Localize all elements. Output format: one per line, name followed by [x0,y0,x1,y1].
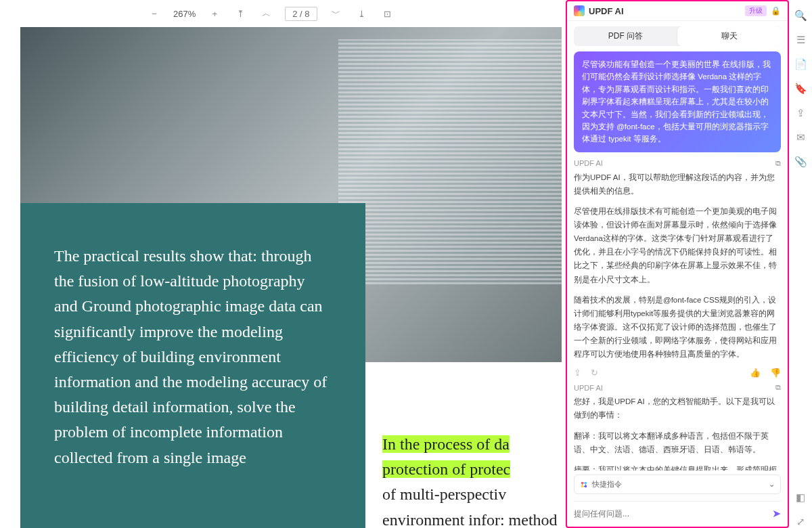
user-message: 尽管谈功能有望创造一个更美丽的世界 在线排版，我们可能仍然会看到设计师选择像 V… [574,51,781,152]
plain-text: of multi-perspectiv environment infor: m… [382,485,558,528]
ask-row: ➤ [574,501,781,520]
updf-logo-icon [574,5,585,16]
ai-color-icon[interactable]: ◧ [796,491,805,504]
chevron-down-icon: ⌄ [769,480,775,489]
attach-icon[interactable]: 📎 [794,156,807,168]
right-rail: 🔍 ☰ 📄 🔖 ⇪ ✉ 📎 ◧ ⤢ [789,0,812,528]
ai-panel: UPDF AI 升级 🔒 PDF 问答 聊天 尽管谈功能有望创造一个更美丽的世界… [566,0,789,528]
chat-scroll[interactable]: 尽管谈功能有望创造一个更美丽的世界 在线排版，我们可能仍然会看到设计师选择像 V… [567,51,788,470]
menu-icon[interactable]: ☰ [796,34,805,46]
lock-icon[interactable]: 🔒 [771,6,781,16]
teal-text-block: The practical results show that: through… [20,203,365,528]
present-icon[interactable]: ⊡ [381,7,394,20]
bookmark-icon[interactable]: 🔖 [794,83,807,95]
prev-page-icon[interactable]: ︿ [259,7,273,20]
next-page-icon[interactable]: ﹀ [330,7,343,20]
mail-icon[interactable]: ✉ [796,131,805,144]
zoom-in-icon[interactable]: + [208,7,221,20]
zoom-level[interactable]: 267% [173,9,196,19]
copy-icon[interactable]: ⧉ [775,159,781,168]
ask-input[interactable] [574,509,768,519]
refresh-icon[interactable]: ↻ [591,368,598,378]
upgrade-badge[interactable]: 升级 [745,5,767,16]
zoom-out-icon[interactable]: − [148,7,161,20]
message-actions: ⇪ ↻ 👍 👎 [574,368,781,378]
right-column-text: In the process of da protection of prote… [382,432,558,528]
tab-pdf-qa[interactable]: PDF 问答 [574,26,677,46]
page-input[interactable]: 2 / 8 [285,7,317,21]
thumbs-up-icon[interactable]: 👍 [750,368,761,378]
thumbs-down-icon[interactable]: 👎 [770,368,781,378]
ai-tabs: PDF 问答 聊天 [574,26,781,46]
tab-chat[interactable]: 聊天 [677,26,781,46]
document-viewport[interactable]: The practical results show that: through… [0,27,566,528]
highlighted-text: In the process of da protection of prote… [382,435,510,478]
send-icon[interactable]: ➤ [772,507,781,520]
first-page-icon[interactable]: ⤒ [233,7,247,20]
last-page-icon[interactable]: ⤓ [355,7,369,20]
ai-header: UPDF AI 升级 🔒 [567,1,788,21]
quick-command[interactable]: 快捷指令 ⌄ [574,475,781,494]
ai-label-row: UPDF AI ⧉ [574,383,781,392]
copy-icon[interactable]: ⧉ [775,383,781,392]
ai-reply: 作为UPDF AI，我可以帮助您理解这段话的内容，并为您提供相关的信息。 尽管使… [574,171,781,361]
ai-title: UPDF AI [589,6,624,16]
share-icon[interactable]: ⇪ [574,368,581,378]
expand-icon[interactable]: ⤢ [796,516,805,528]
quick-icon [580,481,588,489]
search-icon[interactable]: 🔍 [794,9,807,22]
page-toolbar: − 267% + ⤒ ︿ 2 / 8 ﹀ ⤓ ⊡ [0,0,566,27]
share-icon[interactable]: ⇪ [796,107,805,119]
ai-intro: 您好，我是UPDF AI，您的文档智能助手。以下是我可以做到的事情： 翻译：我可… [574,395,781,470]
ai-label-row: UPDF AI ⧉ [574,159,781,168]
page-icon[interactable]: 📄 [794,58,807,70]
